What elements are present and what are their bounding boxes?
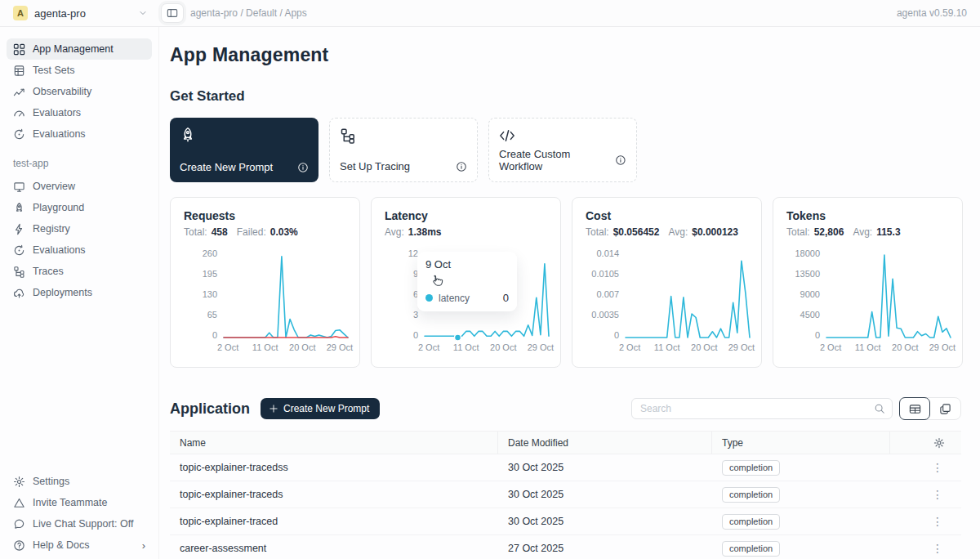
chart-plot[interactable] (224, 253, 348, 339)
stat-label: Avg: (853, 226, 872, 238)
table-row[interactable]: topic-explainer-traced 30 Oct 2025 compl… (170, 508, 961, 535)
sidebar-item-overview[interactable]: Overview (7, 176, 152, 197)
info-icon[interactable] (456, 161, 467, 172)
x-tick-label: 11 Oct (855, 342, 881, 352)
row-menu-button[interactable]: ⋮ (890, 461, 961, 474)
create-new-prompt-card[interactable]: Create New Prompt (170, 118, 318, 182)
column-header-type[interactable]: Type (712, 432, 890, 454)
y-tick-label: 18000 (795, 248, 820, 258)
create-new-prompt-button[interactable]: Create New Prompt (261, 398, 380, 419)
y-tick-label: 0 (815, 330, 820, 340)
chevron-down-icon (138, 8, 148, 18)
workspace-selector[interactable]: A agenta-pro (0, 6, 159, 20)
applications-table: Name Date Modified Type topic-explainer-… (170, 431, 961, 559)
create-custom-workflow-card[interactable]: Create Custom Workflow (488, 118, 637, 182)
sidebar-item-playground[interactable]: Playground (7, 197, 152, 218)
grid-icon (13, 43, 25, 56)
y-tick-label: 130 (203, 289, 217, 299)
sidebar-item-evaluators[interactable]: Evaluators (7, 102, 152, 123)
stat-label: Failed: (237, 226, 266, 238)
app-name: topic-explainer-tracedss (170, 462, 498, 473)
chart-title: Requests (184, 209, 348, 222)
sidebar-item-label: Evaluations (33, 244, 86, 256)
sidebar-item-label: Test Sets (33, 65, 74, 76)
type-badge: completion (722, 460, 780, 476)
tree-icon (340, 127, 356, 144)
sidebar-item-observability[interactable]: Observability (7, 81, 152, 102)
table-row[interactable]: career-assessment 27 Oct 2025 completion… (170, 535, 961, 559)
sidebar-toggle-button[interactable] (161, 3, 184, 23)
card-label: Set Up Tracing (340, 160, 410, 172)
sidebar-item-registry[interactable]: Registry (7, 218, 152, 239)
row-menu-button[interactable]: ⋮ (890, 542, 961, 555)
column-header-name[interactable]: Name (170, 432, 498, 454)
x-tick-label: 20 Oct (490, 342, 516, 352)
app-name: career-assessment (170, 543, 498, 554)
y-tick-label: 65 (207, 310, 217, 320)
table-view-button[interactable] (899, 397, 930, 420)
gear-icon (13, 476, 25, 488)
app-name: topic-explainer-traced (170, 516, 498, 527)
x-tick-label: 29 Oct (929, 342, 956, 352)
stat-label: Total: (184, 226, 207, 238)
plus-icon (269, 404, 278, 414)
sidebar-item-deployments[interactable]: Deployments (7, 282, 152, 303)
sidebar-item-settings[interactable]: Settings (7, 471, 152, 492)
date-modified: 30 Oct 2025 (498, 516, 712, 527)
type-badge: completion (722, 487, 780, 503)
sidebar-item-help-docs[interactable]: Help & Docs › (7, 534, 152, 556)
row-menu-button[interactable]: ⋮ (890, 488, 961, 501)
stat-value: 115.3 (876, 226, 900, 238)
y-tick-label: 0 (212, 330, 217, 340)
set-up-tracing-card[interactable]: Set Up Tracing (329, 118, 478, 182)
chart-plot[interactable] (626, 253, 750, 339)
sidebar-item-traces[interactable]: Traces (7, 261, 152, 282)
metrics-charts-row: Requests Total:458Failed:0.03% 260195130… (170, 197, 980, 368)
y-tick-label: 0 (614, 330, 619, 340)
chart-title: Latency (385, 209, 549, 222)
row-menu-button[interactable]: ⋮ (890, 515, 961, 528)
stat-label: Total: (786, 226, 810, 238)
x-tick-label: 29 Oct (327, 342, 353, 352)
y-tick-label: 13500 (795, 269, 820, 279)
column-header-date-modified[interactable]: Date Modified (498, 432, 712, 454)
search-icon[interactable] (874, 403, 885, 414)
card-view-button[interactable] (929, 398, 960, 419)
card-view-icon (939, 403, 951, 415)
breadcrumb: agenta-pro / Default / Apps (190, 7, 897, 19)
table-header: Name Date Modified Type (170, 431, 961, 454)
x-tick-label: 20 Oct (892, 342, 918, 352)
sidebar-item-label: Evaluators (33, 107, 81, 119)
y-tick-label: 0.0035 (591, 310, 619, 320)
rocket-icon (180, 127, 196, 143)
sidebar-item-test-sets[interactable]: Test Sets (7, 60, 152, 81)
table-row[interactable]: topic-explainer-tracedss 30 Oct 2025 com… (170, 454, 961, 481)
search-input[interactable] (640, 403, 874, 414)
y-tick-label: 0.014 (596, 248, 619, 258)
workspace-avatar: A (13, 6, 28, 20)
column-settings-gear-icon[interactable] (933, 437, 945, 449)
tooltip-date: 9 Oct (425, 258, 509, 271)
info-icon[interactable] (297, 162, 309, 173)
chart-plot[interactable] (826, 253, 951, 339)
y-axis-ticks: 129630 (385, 248, 418, 340)
sidebar-item-evaluations[interactable]: Evaluations (7, 123, 152, 145)
sidebar-item-invite-teammate[interactable]: Invite Teammate (7, 492, 152, 513)
date-modified: 30 Oct 2025 (498, 489, 712, 500)
x-tick-label: 20 Oct (289, 342, 315, 352)
y-axis-ticks: 260195130650 (184, 248, 217, 340)
tooltip-value: 0 (503, 292, 509, 304)
application-header-row: Application Create New Prompt (170, 397, 980, 420)
stat-label: Avg: (385, 226, 404, 238)
page-title: App Management (170, 44, 980, 66)
panel-left-icon (167, 7, 178, 19)
sidebar-item-live-chat[interactable]: Live Chat Support: Off (7, 513, 152, 534)
table-row[interactable]: topic-explainer-traceds 30 Oct 2025 comp… (170, 481, 961, 508)
y-tick-label: 0.007 (596, 289, 619, 299)
y-tick-label: 0.0105 (591, 269, 619, 279)
sidebar-item-app-management[interactable]: App Management (7, 38, 152, 60)
sidebar-item-app-evaluations[interactable]: Evaluations (7, 239, 152, 261)
info-icon[interactable] (615, 154, 626, 166)
x-axis-ticks: 2 Oct11 Oct20 Oct29 Oct (626, 342, 750, 356)
triangle-icon (13, 497, 25, 509)
